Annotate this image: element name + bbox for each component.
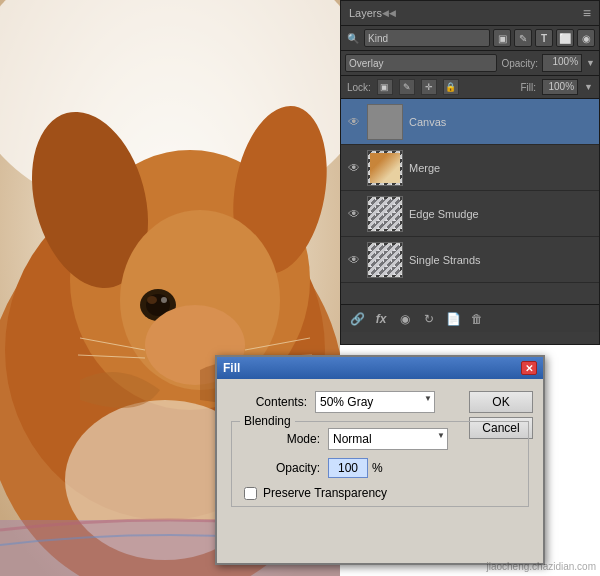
lock-label: Lock: — [347, 82, 371, 93]
dialog-close-btn[interactable]: ✕ — [521, 361, 537, 375]
kind-select[interactable]: Kind — [364, 29, 490, 47]
layers-list: 👁 Canvas 👁 Merge 👁 Edge Smudge 👁 Single … — [341, 99, 599, 304]
shape-filter-btn[interactable]: ⬜ — [556, 29, 574, 47]
mode-row: Mode: Normal Multiply Screen Overlay — [240, 428, 520, 450]
panel-title: Layers — [349, 7, 382, 19]
link-layers-btn[interactable]: 🔗 — [347, 309, 367, 329]
lock-position-btn[interactable]: ✛ — [421, 79, 437, 95]
layer-eye-strands[interactable]: 👁 — [345, 251, 363, 269]
layer-eye-merge[interactable]: 👁 — [345, 159, 363, 177]
pixel-filter-btn[interactable]: ▣ — [493, 29, 511, 47]
layer-eye-edge[interactable]: 👁 — [345, 205, 363, 223]
contents-select-wrapper: 50% Gray Foreground Color Background Col… — [315, 391, 435, 413]
preserve-transparency-checkbox[interactable] — [244, 487, 257, 500]
layer-single-strands[interactable]: 👁 Single Strands — [341, 237, 599, 283]
layer-canvas[interactable]: 👁 Canvas — [341, 99, 599, 145]
lock-all-btn[interactable]: 🔒 — [443, 79, 459, 95]
blending-legend: Blending — [240, 414, 295, 428]
layer-name-strands: Single Strands — [409, 254, 481, 266]
opacity-field[interactable]: 100 — [328, 458, 368, 478]
contents-select[interactable]: 50% Gray Foreground Color Background Col… — [315, 391, 435, 413]
blend-mode-select[interactable]: Overlay Normal Multiply Screen — [345, 54, 497, 72]
mode-select-wrapper: Normal Multiply Screen Overlay — [328, 428, 448, 450]
fx-btn[interactable]: fx — [371, 309, 391, 329]
opacity-label: Opacity: — [501, 58, 538, 69]
mode-label: Mode: — [240, 432, 320, 446]
lock-pixels-btn[interactable]: ▣ — [377, 79, 393, 95]
layer-thumb-canvas — [367, 104, 403, 140]
smart-filter-btn[interactable]: ◉ — [577, 29, 595, 47]
mode-select[interactable]: Normal Multiply Screen Overlay — [328, 428, 448, 450]
search-icon: 🔍 — [345, 33, 361, 44]
svg-point-11 — [161, 297, 167, 303]
contents-label: Contents: — [227, 395, 307, 409]
ok-button[interactable]: OK — [469, 391, 533, 413]
fill-dialog: Fill ✕ OK Cancel Contents: 50% Gray Fore… — [215, 355, 545, 565]
layer-thumb-strands — [367, 242, 403, 278]
type-filter-btn[interactable]: T — [535, 29, 553, 47]
layers-panel: Layers ◀◀ ≡ 🔍 Kind ▣ ✎ T ⬜ ◉ Overlay Nor… — [340, 0, 600, 345]
layer-merge[interactable]: 👁 Merge — [341, 145, 599, 191]
adjustment-filter-btn[interactable]: ✎ — [514, 29, 532, 47]
layer-eye-canvas[interactable]: 👁 — [345, 113, 363, 131]
svg-point-10 — [147, 296, 157, 304]
delete-layer-btn[interactable]: 🗑 — [467, 309, 487, 329]
panel-header: Layers ◀◀ ≡ — [341, 1, 599, 26]
lock-paint-btn[interactable]: ✎ — [399, 79, 415, 95]
opacity-dropdown-icon[interactable]: ▼ — [586, 58, 595, 68]
panel-menu-icon[interactable]: ≡ — [583, 5, 591, 21]
preserve-transparency-row: Preserve Transparency — [240, 486, 520, 500]
opacity-field-label: Opacity: — [240, 461, 320, 475]
layers-toolbar: 🔗 fx ◉ ↻ 📄 🗑 — [341, 304, 599, 332]
new-layer-btn[interactable]: 📄 — [443, 309, 463, 329]
layers-mode-row: Overlay Normal Multiply Screen Opacity: … — [341, 51, 599, 76]
preserve-transparency-label: Preserve Transparency — [263, 486, 387, 500]
panel-collapse-icon[interactable]: ◀◀ — [382, 8, 396, 18]
opacity-row: Opacity: 100 % — [240, 458, 520, 478]
fill-label: Fill: — [521, 82, 537, 93]
new-group-btn[interactable]: ↻ — [419, 309, 439, 329]
layer-edge-smudge[interactable]: 👁 Edge Smudge — [341, 191, 599, 237]
layer-thumb-edge — [367, 196, 403, 232]
watermark: jiaocheng.chazidian.com — [486, 561, 596, 572]
fill-dropdown-icon[interactable]: ▼ — [584, 82, 593, 92]
opacity-value[interactable]: 100% — [542, 54, 582, 72]
layer-name-canvas: Canvas — [409, 116, 446, 128]
layer-name-merge: Merge — [409, 162, 440, 174]
layers-lock-row: Lock: ▣ ✎ ✛ 🔒 Fill: 100% ▼ — [341, 76, 599, 99]
layers-filter-row: 🔍 Kind ▣ ✎ T ⬜ ◉ — [341, 26, 599, 51]
layer-thumb-merge — [367, 150, 403, 186]
dialog-title: Fill — [223, 361, 240, 375]
dialog-titlebar: Fill ✕ — [217, 357, 543, 379]
fill-value[interactable]: 100% — [542, 79, 578, 95]
new-adjustment-btn[interactable]: ◉ — [395, 309, 415, 329]
percent-label: % — [372, 461, 383, 475]
blending-group: Blending Mode: Normal Multiply Screen Ov… — [231, 421, 529, 507]
layer-name-edge: Edge Smudge — [409, 208, 479, 220]
